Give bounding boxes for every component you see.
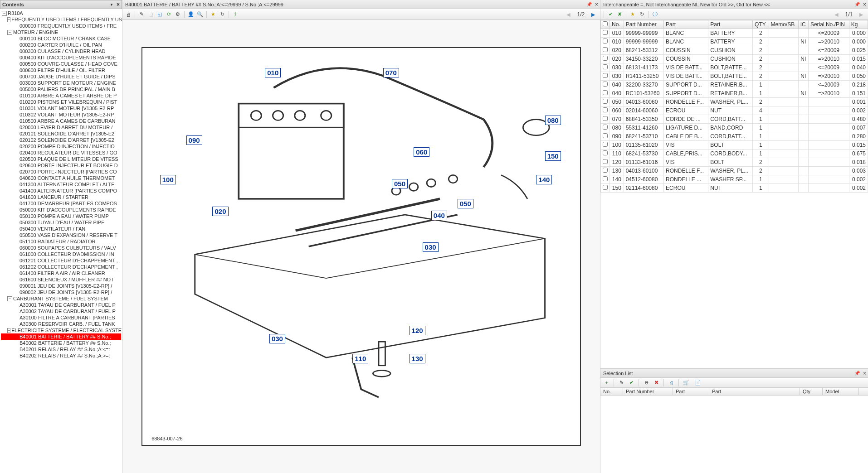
tree-item[interactable]: 041600 LANCEUR / STARTER <box>1 194 121 200</box>
collapse-icon[interactable]: − <box>7 328 10 333</box>
row-checkbox[interactable] <box>603 64 608 69</box>
row-checkbox[interactable] <box>603 56 608 61</box>
tree-item[interactable]: 040600 CONTACT A HUILE THERMOMET <box>1 175 121 181</box>
next-page-button[interactable]: ► <box>588 11 598 18</box>
row-checkbox[interactable] <box>603 142 608 147</box>
tree-item[interactable]: 010100 ARBRE A CAMES ET ARBRE DE P <box>1 92 121 99</box>
tree-item[interactable]: 050500 VASE D'EXPANSION / RESERVE T <box>1 232 121 238</box>
info-icon[interactable]: ⓘ <box>651 10 659 19</box>
callout-060[interactable]: 060 <box>414 147 429 157</box>
table-row[interactable]: 07068841-53350CORDE DE ...CORD,BATT...10… <box>601 115 868 124</box>
row-checkbox[interactable] <box>603 107 608 112</box>
tree-item[interactable]: 050000 KIT D'ACCOUPLEMENTS RAPIDE <box>1 207 121 213</box>
tree-item[interactable]: A30300 RESERVOIR CARB. / FUEL TANK <box>1 321 121 327</box>
pin-icon[interactable]: 📌 <box>586 2 592 7</box>
tree-item[interactable]: B40202 RELAIS / RELAY ## S.No.;A:>=: <box>1 352 121 359</box>
tree-item[interactable]: 000600 FILTRE D'HUILE / OIL FILTER <box>1 67 121 73</box>
export-icon[interactable]: ⤴ <box>231 10 239 19</box>
collapse-icon[interactable]: − <box>7 296 12 301</box>
tree-item[interactable]: 020101 SOLENOIDE D'ARRET [V1305-E2 <box>1 130 121 137</box>
doc-icon[interactable]: 📄 <box>694 379 702 387</box>
table-row[interactable]: 13004013-60100RONDELLE F...WASHER, PL...… <box>601 167 868 175</box>
print-icon[interactable]: 🖨 <box>667 379 675 387</box>
edit-icon[interactable]: ✎ <box>137 10 146 19</box>
select-all-checkbox[interactable] <box>603 21 608 26</box>
callout-070[interactable]: 070 <box>383 68 399 77</box>
close-icon[interactable]: × <box>863 1 866 8</box>
search-icon[interactable]: 🔍 <box>196 10 204 19</box>
table-row[interactable]: 02034150-33220COUSSINCUSHION2NI=>200100.… <box>601 55 868 63</box>
column-header[interactable]: Memo/SB <box>769 20 798 29</box>
tree-item[interactable]: 061201 COLLECTEUR D'ECHAPPEMENT , <box>1 257 121 264</box>
row-checkbox[interactable] <box>603 168 608 173</box>
zoom-rect-icon[interactable]: ⬚ <box>146 10 155 19</box>
tree-item[interactable]: 000100 BLOC MOTEUR / CRANK CASE <box>1 35 121 42</box>
callout-120[interactable]: 120 <box>410 326 425 335</box>
row-checkbox[interactable] <box>603 116 608 121</box>
tree-item[interactable]: 061400 FILTER A AIR / AIR CLEANER <box>1 270 121 276</box>
callout-090[interactable]: 090 <box>186 135 202 145</box>
refresh-icon[interactable]: ⟳ <box>165 10 173 19</box>
parts-hscroll[interactable] <box>600 361 868 368</box>
row-checkbox[interactable] <box>603 73 608 78</box>
tree-item[interactable]: 060000 SOUPAPES CULBUTEURS / VALV <box>1 245 121 251</box>
parts-grid-scroll[interactable]: No.Part NumberPartPartQTYMemo/SBICSerial… <box>600 20 868 361</box>
row-checkbox[interactable] <box>603 99 608 104</box>
row-checkbox[interactable] <box>603 125 608 130</box>
column-header[interactable]: Part <box>708 20 753 29</box>
row-checkbox[interactable] <box>603 39 608 43</box>
tree-item[interactable]: 090001 JEU DE JOINTS [V1305-E2-RP] / <box>1 283 121 289</box>
tree-item[interactable]: A30002 TAYAU DE CARBURANT / FUEL P <box>1 308 121 314</box>
tree-item[interactable]: 061202 COLLECTEUR D'ECHAPPEMENT , <box>1 264 121 270</box>
callout-100[interactable]: 100 <box>160 175 176 184</box>
add-icon[interactable]: ＋ <box>602 379 610 387</box>
edit-icon[interactable]: ✎ <box>617 379 625 387</box>
table-row[interactable]: 08055311-41260LIGATURE D...BAND,CORD10.0… <box>601 124 868 132</box>
tree-item[interactable]: 000500 COUVRE-CULASSE / HEAD COVE <box>1 61 121 67</box>
next-page-button[interactable]: ► <box>856 11 866 18</box>
table-row[interactable]: 040RC101-53260SUPPORT D...RETAINER,B...1… <box>601 89 868 98</box>
tree-item[interactable]: B40002 BATTERIE / BATTERY ## S.No.; <box>1 340 121 346</box>
column-header[interactable]: Part Number <box>623 388 673 395</box>
table-row[interactable]: 06002014-60060ECROUNUT40.002 <box>601 106 868 115</box>
column-header[interactable]: Part <box>709 388 800 395</box>
diagram-viewport[interactable]: 68843-007-26 010070090060080150050140100… <box>122 20 600 473</box>
dropdown-icon[interactable]: ▼ <box>110 3 113 7</box>
tree-item[interactable]: 010302 VOLANT MOTEUR [V1305-E2-RP <box>1 111 121 118</box>
callout-130[interactable]: 130 <box>410 354 425 363</box>
tree-group[interactable]: −MOTEUR / ENGINE <box>1 29 121 35</box>
table-row[interactable]: 12001133-61016VISBOLT20.018 <box>601 158 868 167</box>
pin-icon[interactable]: 📌 <box>854 371 860 376</box>
table-row[interactable]: 10001135-61020VISBOLT10.015 <box>601 141 868 150</box>
tree-item[interactable]: 061600 SILENCIEUX / MUFFLER ## NOT <box>1 276 121 283</box>
collapse-icon[interactable]: − <box>7 17 10 22</box>
tree-group[interactable]: −CARBURANT SYSTEME / FUEL SYSTEM <box>1 295 121 302</box>
column-header[interactable]: IC <box>798 20 808 29</box>
table-row[interactable]: 09068241-53710CABLE DE B...CORD,BATT...1… <box>601 132 868 141</box>
tree-item[interactable]: 020700 PORTE-INJECTEUR [PARTIES CO <box>1 169 121 175</box>
close-icon[interactable]: × <box>863 370 866 376</box>
tree-item[interactable]: 050300 TUYAU D'EAU / WATER PIPE <box>1 219 121 226</box>
tree-item[interactable]: 000700 JAUGE D'HUILE ET GUIDE / DIPS <box>1 73 121 80</box>
tree-item[interactable]: 050100 POMPE A EAU / WATER PUMP <box>1 213 121 219</box>
tree-item[interactable]: 010500 ARBRE A CAMES DE CARBURAN <box>1 118 121 124</box>
tree-item[interactable]: 041700 DEMARREUR [PARTIES COMPOS <box>1 200 121 207</box>
reload-icon[interactable]: ↻ <box>638 10 646 19</box>
tree-item[interactable]: B40201 RELAIS / RELAY ## S.No.;A:<=: <box>1 346 121 352</box>
column-header[interactable]: Qty <box>800 388 823 395</box>
tree-item[interactable]: 020500 PLAQUE DE LIMITEUR DE VITESS <box>1 156 121 162</box>
column-header[interactable]: Part <box>664 20 708 29</box>
check-icon[interactable]: ✔ <box>606 10 614 19</box>
tree-item[interactable]: 000300 CULASSE / CYLINDER HEAD <box>1 48 121 54</box>
confirm-icon[interactable]: ✔ <box>627 379 635 387</box>
zoom-fit-icon[interactable]: ◱ <box>156 10 164 19</box>
tools-icon[interactable]: ⚙ <box>174 10 182 19</box>
print-icon[interactable]: 🖨 <box>124 10 132 19</box>
callout-040[interactable]: 040 <box>431 211 447 220</box>
tree-item[interactable]: 000200 CARTER D'HUILE / OIL PAN <box>1 42 121 48</box>
collapse-icon[interactable]: − <box>2 11 7 16</box>
row-checkbox[interactable] <box>603 90 608 95</box>
close-icon[interactable]: × <box>595 1 598 8</box>
tree-item[interactable]: B40001 BATTERIE / BATTERY ## S.No.; <box>1 333 121 340</box>
tree-item[interactable]: 090002 JEU DE JOINTS [V1305-E2-RP] / <box>1 289 121 295</box>
